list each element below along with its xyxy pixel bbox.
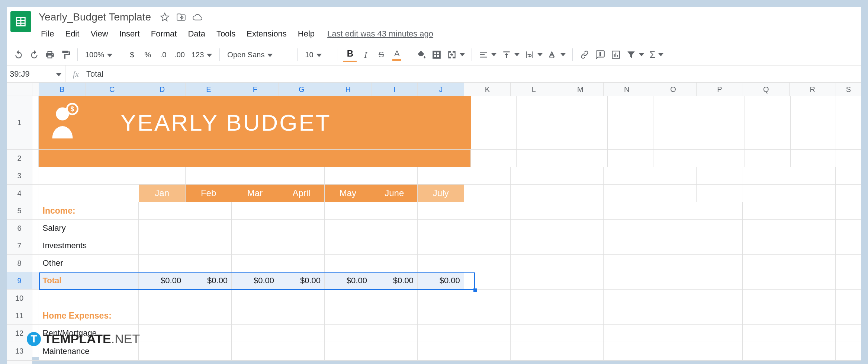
cloud-status-icon[interactable] — [193, 12, 202, 22]
column-header[interactable]: B — [39, 83, 86, 96]
redo-icon[interactable] — [28, 47, 41, 62]
row-header[interactable]: 10 — [7, 290, 32, 307]
last-edit-link[interactable]: Last edit was 43 minutes ago — [327, 29, 433, 39]
row-header[interactable]: 6 — [7, 220, 32, 237]
filter-button[interactable] — [625, 47, 646, 62]
menu-data[interactable]: Data — [183, 28, 209, 40]
select-all-corner[interactable] — [7, 83, 32, 96]
month-header: June — [371, 185, 418, 202]
column-header[interactable]: F — [232, 83, 279, 96]
functions-button[interactable]: Σ — [648, 47, 665, 62]
text-rotation-button[interactable] — [546, 47, 567, 62]
name-box[interactable]: 39:J9 — [7, 66, 65, 82]
section-home-label: Home Expenses: — [39, 307, 139, 325]
row-header[interactable]: 3 — [7, 167, 32, 185]
zoom-dropdown[interactable]: 100% — [83, 51, 115, 59]
watermark-badge-icon: T — [27, 332, 41, 346]
column-header[interactable]: P — [697, 83, 743, 96]
row-header[interactable]: 4 — [7, 185, 32, 202]
print-icon[interactable] — [43, 47, 57, 62]
menu-extensions[interactable]: Extensions — [242, 28, 291, 40]
row-header[interactable]: 9 — [7, 272, 32, 290]
budget-person-icon: $ — [46, 102, 87, 144]
insert-comment-icon[interactable] — [594, 47, 607, 62]
spreadsheet-grid[interactable]: 1 2 3 4 5 6 7 8 9 10 11 12 13 B C D E F … — [7, 83, 861, 364]
menu-tools[interactable]: Tools — [212, 28, 240, 40]
column-header[interactable]: E — [186, 83, 232, 96]
watermark-brand: TEMPLATE — [44, 332, 111, 346]
column-header[interactable]: M — [557, 83, 604, 96]
insert-chart-icon[interactable] — [609, 47, 623, 62]
merge-cells-button[interactable] — [446, 47, 466, 62]
fill-color-button[interactable] — [414, 47, 428, 62]
column-header[interactable]: N — [604, 83, 650, 96]
table-row-total: Total $0.00 $0.00 $0.00 $0.00 $0.00 $0.0… — [32, 272, 861, 290]
table-row: Investments — [32, 237, 861, 255]
menu-help[interactable]: Help — [293, 28, 319, 40]
banner-title: YEARLY BUDGET — [120, 109, 331, 136]
total-value: $0.00 — [139, 272, 185, 290]
row-header[interactable]: 5 — [7, 202, 32, 220]
menu-view[interactable]: View — [86, 28, 112, 40]
row-header[interactable]: 2 — [7, 150, 32, 167]
column-header[interactable]: D — [139, 83, 186, 96]
strikethrough-button[interactable]: S — [374, 47, 388, 62]
menu-edit[interactable]: Edit — [61, 28, 84, 40]
table-row: Jan Feb Mar April May June July — [32, 185, 861, 202]
document-title[interactable]: Yearly_Budget Template — [36, 10, 153, 25]
percent-format-button[interactable]: % — [141, 47, 154, 62]
column-header[interactable]: H — [325, 83, 372, 96]
row-header[interactable]: 11 — [7, 307, 32, 325]
table-row: $ YEARLY BUDGET — [32, 96, 861, 150]
menu-file[interactable]: File — [36, 28, 58, 40]
row-header[interactable]: 8 — [7, 255, 32, 272]
increase-decimals-button[interactable]: .00 — [172, 47, 187, 62]
table-row: Maintenance — [32, 342, 861, 361]
menu-insert[interactable]: Insert — [115, 28, 144, 40]
column-header[interactable]: Q — [743, 83, 790, 96]
column-header[interactable]: K — [464, 83, 511, 96]
column-header[interactable]: O — [650, 83, 697, 96]
insert-link-icon[interactable] — [578, 47, 591, 62]
column-header[interactable]: S — [836, 83, 861, 96]
table-row: Salary — [32, 220, 861, 237]
star-icon[interactable] — [160, 12, 170, 22]
bold-button[interactable]: B — [343, 47, 357, 62]
vertical-align-button[interactable] — [500, 47, 521, 62]
table-row — [32, 150, 861, 167]
font-dropdown[interactable]: Open Sans — [225, 51, 292, 59]
sheet-body[interactable]: B C D E F G H I J K L M N O P Q R S — [32, 83, 861, 364]
text-color-button[interactable]: A — [390, 47, 404, 62]
column-header[interactable]: C — [86, 83, 139, 96]
number-format-dropdown[interactable]: 123 — [189, 51, 214, 59]
move-icon[interactable] — [176, 12, 186, 22]
column-header[interactable]: R — [790, 83, 836, 96]
titlebar: Yearly_Budget Template File Edit View In… — [7, 7, 861, 40]
column-header[interactable]: J — [418, 83, 464, 96]
row-header[interactable]: 1 — [7, 96, 32, 150]
text-wrap-button[interactable] — [523, 47, 544, 62]
font-size-dropdown[interactable]: 10 — [303, 51, 332, 59]
decrease-decimals-button[interactable]: .0 — [157, 47, 170, 62]
total-value: $0.00 — [232, 272, 278, 290]
sheets-logo-icon[interactable] — [10, 11, 31, 32]
watermark: T TEMPLATE.NET — [27, 332, 140, 346]
row-header[interactable]: 7 — [7, 237, 32, 255]
column-header[interactable]: G — [279, 83, 325, 96]
currency-format-button[interactable]: $ — [125, 47, 139, 62]
paint-format-icon[interactable] — [59, 47, 72, 62]
month-header: Feb — [186, 185, 232, 202]
name-box-value: 39:J9 — [10, 69, 30, 79]
menu-format[interactable]: Format — [147, 28, 181, 40]
formula-bar-row: 39:J9 fx Total — [7, 66, 861, 83]
column-header[interactable]: L — [511, 83, 557, 96]
selection-handle[interactable] — [473, 288, 477, 292]
column-header[interactable]: I — [372, 83, 418, 96]
horizontal-align-button[interactable] — [477, 47, 498, 62]
borders-button[interactable] — [430, 47, 443, 62]
italic-button[interactable]: I — [359, 47, 372, 62]
table-row: Rent/Mortgage — [32, 325, 861, 342]
undo-icon[interactable] — [12, 47, 25, 62]
table-row: Other — [32, 255, 861, 272]
formula-input[interactable]: Total — [86, 69, 861, 79]
